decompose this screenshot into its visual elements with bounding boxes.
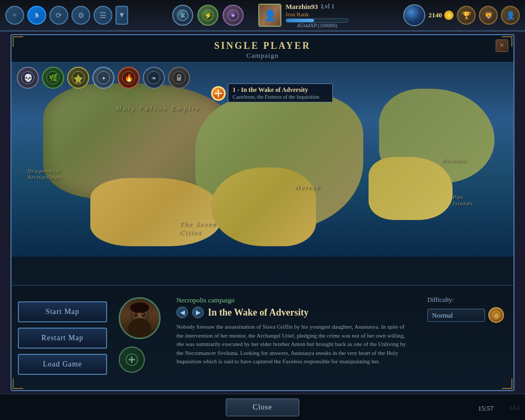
portrait-area (119, 292, 166, 384)
player-details: Marzhin93 Lvl 1 Iron Rank 45344XP (10000… (286, 3, 349, 28)
difficulty-select-wrap: Easy Normal Hard Heroic ⚙ (427, 307, 504, 323)
lightning-icon-btn[interactable]: ⚡ (197, 5, 218, 26)
mission-description: Nobody foresaw the assassination of Slav… (176, 322, 413, 366)
xp-bar-container (286, 18, 349, 23)
xp-text: 45344XP (100000) (286, 23, 349, 28)
top-bar: + S ⟳ ⚙ ☰ ▼ ⚔ ⚡ ✦ (0, 0, 525, 32)
corner-br (502, 379, 512, 389)
xp-bar-fill (286, 19, 314, 22)
svg-text:⚡: ⚡ (204, 12, 212, 19)
player-level: Lvl 1 (321, 3, 334, 10)
currency-amount: 2140 (428, 11, 442, 19)
svg-text:✦: ✦ (230, 12, 236, 19)
dropdown-button[interactable]: ▼ (116, 6, 128, 25)
svg-text:✦: ✦ (101, 75, 106, 81)
map-background: Dragonmist Archipelago Holy Falcon Empir… (12, 62, 513, 257)
add-character-button[interactable] (119, 346, 145, 373)
player-info: 👤 Marzhin93 Lvl 1 Iron Rank 45344XP (100… (258, 3, 349, 28)
combat-icon-btn[interactable]: ⚔ (172, 5, 193, 26)
premium-button[interactable]: 🦁 (479, 6, 498, 25)
marker-title: 1 - In the Wake of Adversity (233, 86, 328, 94)
map-area: Dragonmist Archipelago Holy Falcon Empir… (12, 62, 513, 257)
player-name: Marzhin93 (286, 3, 318, 11)
prev-mission-button[interactable]: ◀ (176, 307, 188, 318)
marker-tooltip: 1 - In the Wake of Adversity Castelrose,… (228, 83, 333, 102)
close-button[interactable]: Close (226, 398, 299, 416)
add-button[interactable]: + (5, 6, 24, 25)
time-display: 15:57 (478, 404, 494, 413)
map-marker[interactable]: 1 - In the Wake of Adversity Castelrose,… (211, 86, 226, 101)
difficulty-section: Difficulty: Easy Normal Hard Heroic ⚙ (423, 292, 507, 384)
faction-academy[interactable] (67, 67, 89, 89)
start-map-button[interactable]: Start Map (18, 301, 107, 322)
main-panel: SINGLE PLAYER Campaign × Dragonmist Arch… (10, 34, 514, 391)
menu-button[interactable]: ☰ (93, 6, 112, 25)
magic-icon-btn[interactable]: ✦ (223, 5, 244, 26)
faction-row: 💀 🌿 (17, 67, 190, 89)
land-mass-6 (369, 157, 453, 220)
top-bar-left: + S ⟳ ⚙ ☰ ▼ (5, 6, 128, 25)
character-portrait (119, 297, 161, 339)
currency-icon: ● (444, 10, 454, 20)
svg-text:⚔: ⚔ (180, 12, 186, 19)
difficulty-icon: ⚙ (488, 307, 504, 323)
globe-button[interactable] (403, 4, 425, 26)
difficulty-select[interactable]: Easy Normal Hard Heroic (427, 309, 485, 322)
bottom-panel: Start Map Restart Map Load Game (12, 285, 513, 390)
panel-header: SINGLE PLAYER Campaign × (12, 35, 513, 62)
svg-text:⚙: ⚙ (494, 313, 499, 319)
next-mission-button[interactable]: ▶ (192, 307, 204, 318)
top-bar-center: ⚔ ⚡ ✦ 👤 Marzhin93 Lvl 1 (128, 3, 403, 28)
profile-button[interactable]: 👤 (501, 6, 520, 25)
mission-nav: ◀ ▶ In the Wake of Adversity (176, 307, 413, 318)
campaign-info: Necropolis campaign ◀ ▶ In the Wake of A… (172, 292, 417, 384)
faction-necromancer[interactable]: 💀 (17, 67, 39, 89)
skype-button[interactable]: S (27, 6, 46, 25)
svg-text:🔥: 🔥 (124, 74, 134, 82)
faction-inferno[interactable]: 🔥 (118, 67, 140, 89)
svg-text:🌿: 🌿 (49, 74, 58, 82)
svg-text:💀: 💀 (24, 74, 33, 82)
svg-point-28 (143, 313, 144, 315)
portrait-face (120, 299, 159, 338)
land-mass-3 (90, 178, 222, 246)
panel-subtitle: Campaign (12, 51, 513, 60)
panel-title: SINGLE PLAYER (12, 40, 513, 51)
player-avatar: 👤 (258, 4, 281, 27)
faction-locked[interactable] (168, 67, 190, 89)
map-label-pao-islands: Pao Islands (453, 194, 473, 206)
bottom-bar: Close 15:57 1.1.1 (0, 394, 525, 420)
faction-haven[interactable]: ✦ (92, 67, 114, 89)
campaign-label: Necropolis campaign (176, 296, 413, 304)
marker-subtitle: Castelrose, the Fortress of the Inquisit… (233, 94, 328, 100)
svg-point-24 (130, 302, 149, 313)
restart-map-button[interactable]: Restart Map (18, 328, 107, 349)
refresh-button[interactable]: ⟳ (49, 6, 68, 25)
version-text: 1.1.1 (509, 405, 520, 411)
marker-icon (211, 86, 226, 101)
bottom-buttons: Start Map Restart Map Load Game (18, 292, 112, 384)
faction-sylvan[interactable]: ❧ (143, 67, 165, 89)
settings-button[interactable]: ⚙ (71, 6, 90, 25)
corner-bl (13, 379, 23, 389)
load-game-button[interactable]: Load Game (18, 354, 107, 375)
land-mass-4 (211, 167, 316, 246)
svg-rect-18 (177, 77, 181, 81)
faction-nature[interactable]: 🌿 (42, 67, 64, 89)
svg-text:❧: ❧ (151, 75, 156, 82)
panel-close-button[interactable]: × (496, 39, 508, 52)
trophy-button[interactable]: 🏆 (457, 6, 476, 25)
mission-title: In the Wake of Adversity (208, 307, 309, 318)
top-bar-right: 2140 ● 🏆 🦁 👤 (403, 4, 520, 26)
difficulty-label: Difficulty: (427, 296, 454, 304)
player-name-row: Marzhin93 Lvl 1 (286, 3, 349, 11)
avatar-image: 👤 (259, 5, 280, 26)
currency-display: 2140 ● (428, 10, 454, 20)
svg-point-27 (135, 313, 137, 315)
player-rank: Iron Rank (286, 11, 349, 17)
